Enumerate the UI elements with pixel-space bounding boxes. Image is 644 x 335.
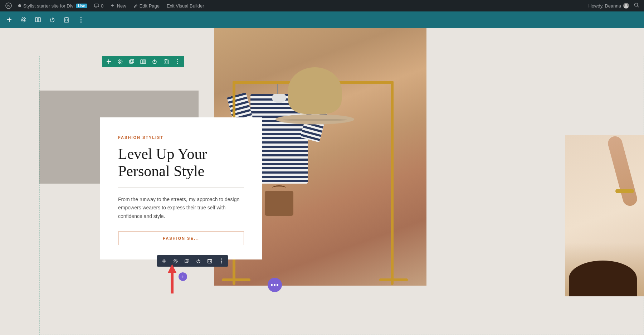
howdy-text: Howdy, Deanna bbox=[588, 3, 621, 9]
svg-rect-13 bbox=[64, 18, 69, 22]
admin-bar: W Stylist starter site for Divi Live 0 +… bbox=[0, 0, 644, 11]
module-power-btn[interactable] bbox=[195, 257, 202, 264]
exit-vb-label: Exit Visual Builder bbox=[167, 3, 204, 9]
svg-rect-25 bbox=[144, 60, 146, 64]
svg-rect-34 bbox=[185, 260, 188, 263]
content-divider bbox=[118, 187, 244, 188]
module-settings-btn[interactable] bbox=[172, 257, 179, 264]
divi-layout-btn[interactable] bbox=[33, 15, 43, 25]
svg-marker-40 bbox=[168, 264, 176, 273]
hat bbox=[275, 60, 354, 132]
svg-text:W: W bbox=[7, 4, 10, 8]
svg-point-2 bbox=[18, 4, 21, 7]
divi-add-btn[interactable] bbox=[4, 15, 14, 25]
fashion-label: FASHION STYLIST bbox=[118, 135, 244, 140]
svg-rect-24 bbox=[142, 60, 144, 64]
svg-rect-35 bbox=[186, 259, 189, 262]
svg-line-6 bbox=[638, 6, 639, 8]
rack-pole-right bbox=[391, 81, 394, 285]
heading-line2: Personal Style bbox=[118, 163, 204, 179]
section-add-btn[interactable] bbox=[105, 58, 113, 65]
site-name-label: Stylist starter site for Divi bbox=[23, 3, 74, 9]
svg-point-9 bbox=[23, 19, 25, 21]
divi-delete-btn[interactable] bbox=[62, 15, 72, 25]
howdy-item[interactable]: Howdy, Deanna bbox=[588, 3, 629, 9]
edit-page-label: Edit Page bbox=[140, 3, 160, 9]
svg-point-20 bbox=[118, 60, 122, 64]
hero-body-text: From the runway to the streets, my appro… bbox=[118, 195, 244, 221]
svg-point-19 bbox=[119, 61, 121, 63]
avatar bbox=[623, 3, 629, 9]
module-add-btn[interactable] bbox=[160, 257, 167, 264]
cta-button[interactable]: FASHION SE... bbox=[118, 232, 244, 245]
svg-rect-23 bbox=[141, 60, 142, 64]
section-settings-btn[interactable] bbox=[116, 58, 124, 65]
divi-power-btn[interactable] bbox=[47, 15, 57, 25]
module-more-btn[interactable]: ⋮ bbox=[218, 257, 225, 264]
svg-rect-3 bbox=[94, 4, 99, 7]
layout-container: FASHION STYLIST Level Up Your Personal S… bbox=[0, 28, 644, 335]
svg-rect-41 bbox=[171, 273, 174, 293]
svg-rect-36 bbox=[208, 259, 212, 263]
admin-bar-right: Howdy, Deanna bbox=[588, 3, 641, 9]
section-power-btn[interactable] bbox=[151, 58, 158, 65]
live-badge: Live bbox=[76, 4, 87, 8]
wp-logo[interactable]: W bbox=[3, 0, 14, 11]
search-icon[interactable] bbox=[632, 3, 641, 9]
arrow-indicator bbox=[166, 264, 178, 293]
svg-point-5 bbox=[635, 3, 638, 6]
edit-page-item[interactable]: Edit Page bbox=[130, 0, 163, 11]
rack-base-left bbox=[222, 278, 250, 281]
right-person-area bbox=[565, 135, 644, 296]
rack-base-right bbox=[379, 278, 408, 281]
more-options-btn[interactable]: ••• bbox=[268, 278, 282, 292]
section-columns-btn[interactable] bbox=[139, 58, 147, 65]
new-item[interactable]: + New bbox=[107, 0, 130, 11]
comments-item[interactable]: 0 bbox=[91, 0, 107, 11]
section-toolbar: ⋮ bbox=[102, 56, 184, 67]
section-duplicate-btn[interactable] bbox=[128, 58, 136, 65]
divi-settings-btn[interactable] bbox=[19, 15, 29, 25]
add-module-btn[interactable]: + bbox=[179, 272, 187, 281]
section-delete-btn[interactable] bbox=[162, 58, 170, 65]
page-content: FASHION STYLIST Level Up Your Personal S… bbox=[0, 28, 644, 335]
heading-line1: Level Up Your bbox=[118, 146, 207, 162]
module-delete-btn[interactable] bbox=[206, 257, 213, 264]
svg-point-10 bbox=[21, 18, 26, 22]
svg-rect-11 bbox=[35, 18, 38, 22]
comments-count: 0 bbox=[101, 3, 103, 9]
admin-bar-left: W Stylist starter site for Divi Live 0 +… bbox=[3, 0, 588, 11]
divi-toolbar: ⋮ bbox=[0, 11, 644, 28]
svg-point-33 bbox=[174, 259, 177, 263]
module-duplicate-btn[interactable] bbox=[183, 257, 190, 264]
new-label: New bbox=[117, 3, 126, 9]
svg-rect-12 bbox=[38, 18, 40, 22]
section-more-btn[interactable]: ⋮ bbox=[174, 58, 181, 65]
svg-rect-26 bbox=[164, 60, 168, 64]
exit-vb-item[interactable]: Exit Visual Builder bbox=[163, 0, 208, 11]
site-name-item[interactable]: Stylist starter site for Divi Live bbox=[14, 0, 91, 11]
svg-point-32 bbox=[175, 260, 176, 262]
content-card: FASHION STYLIST Level Up Your Personal S… bbox=[100, 117, 262, 259]
divi-more-btn[interactable]: ⋮ bbox=[76, 15, 86, 25]
hero-heading: Level Up Your Personal Style bbox=[118, 145, 244, 180]
